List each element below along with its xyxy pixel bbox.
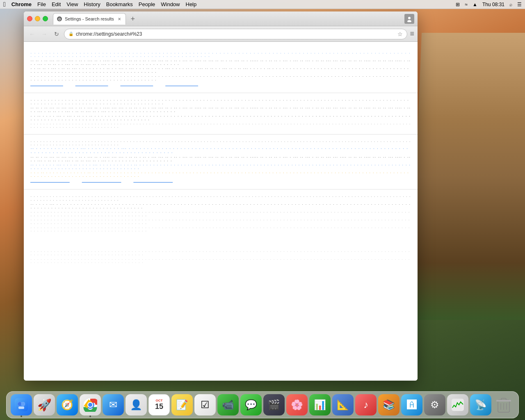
audio-icon: ▲ bbox=[472, 2, 477, 7]
garbled-link-2[interactable]: _______________ bbox=[75, 82, 108, 87]
maximize-button[interactable] bbox=[43, 16, 48, 21]
dock-item-numbers[interactable]: 📊 bbox=[309, 394, 331, 415]
dock-item-mail[interactable]: ✉ bbox=[103, 394, 124, 415]
garbled-row-s5-2: . . . . . . . . . . . . . . . . . . . . … bbox=[30, 257, 411, 264]
chrome-active-dot bbox=[89, 415, 91, 417]
garbled-row-s3-2: .. .. . .. ... .. ... ... . .. . ... .. … bbox=[30, 155, 411, 162]
dock-item-messages[interactable]: 💬 bbox=[240, 394, 262, 415]
dock-item-notes[interactable]: 📝 bbox=[171, 394, 193, 415]
forward-button[interactable]: → bbox=[39, 29, 49, 39]
dock-item-chrome[interactable] bbox=[80, 394, 101, 415]
title-bar: ⚙ Settings - Search results ✕ + bbox=[24, 11, 418, 26]
garbled-row-4: . . . . . . . . . . . . . . . . . . . . … bbox=[30, 74, 411, 82]
wifi-icon: ≈ bbox=[465, 2, 468, 7]
traffic-lights bbox=[27, 16, 48, 21]
dock-item-airdrop[interactable]: 📡 bbox=[470, 394, 491, 415]
tab-bar: ⚙ Settings - Search results ✕ + bbox=[53, 13, 404, 25]
menubar-right: ⊞ ≈ ▲ Thu 08:31 ⌕ ☰ bbox=[456, 2, 522, 7]
menubar-help[interactable]: Help bbox=[186, 1, 197, 7]
garbled-row-s2-3: . . .. . . . . ... . ... . .. . . .. . .… bbox=[30, 114, 411, 121]
dock-item-actmon[interactable] bbox=[447, 394, 468, 415]
minimize-button[interactable] bbox=[35, 16, 40, 21]
address-bar[interactable]: 🔒 chrome://settings/search#%23 ☆ bbox=[64, 29, 407, 39]
lock-icon: 🔒 bbox=[68, 32, 73, 36]
garbled-section-1: · · · · · · · · · · · · · · · · · · · · … bbox=[24, 50, 418, 89]
svg-rect-17 bbox=[496, 400, 511, 402]
tab-close-button[interactable]: ✕ bbox=[116, 16, 122, 22]
dock-item-syspref[interactable]: ⚙ bbox=[424, 394, 445, 415]
dock-item-calendar[interactable]: OCT 15 bbox=[148, 394, 170, 415]
dock-item-contacts[interactable]: 👤 bbox=[126, 394, 147, 415]
toolbar: ← → ↻ 🔒 chrome://settings/search#%23 ☆ ≡ bbox=[24, 26, 418, 42]
back-button[interactable]: ← bbox=[27, 29, 37, 39]
dock-item-ibooks[interactable]: 📚 bbox=[378, 394, 399, 415]
garbled-link-1[interactable]: _______________ bbox=[30, 82, 63, 87]
svg-rect-14 bbox=[452, 399, 464, 411]
svg-point-2 bbox=[408, 17, 411, 19]
garbled-row-s4-3: - - - - - - - - - - - - - - - - - - - - … bbox=[30, 210, 411, 217]
profile-button[interactable] bbox=[404, 14, 414, 24]
garbled-section-4: . . . . . . . . . . . . . . . . . . . . … bbox=[24, 193, 418, 235]
reload-button[interactable]: ↻ bbox=[52, 29, 62, 39]
screen-share-icon: ⊞ bbox=[456, 2, 460, 7]
garbled-row-s5-1: . . . . . . . . . . . . . . . . . . . . … bbox=[30, 249, 411, 256]
tab-title: Settings - Search results bbox=[65, 16, 114, 21]
garbled-link-2-3[interactable]: __________________ bbox=[133, 178, 173, 183]
garbled-link-4[interactable]: _______________ bbox=[165, 82, 198, 87]
menubar-file[interactable]: File bbox=[37, 1, 46, 7]
menubar-bookmarks[interactable]: Bookmarks bbox=[106, 1, 133, 7]
garbled-link-2-2[interactable]: __________________ bbox=[82, 178, 121, 183]
svg-point-3 bbox=[407, 20, 411, 22]
dock-item-keynote[interactable]: 📐 bbox=[332, 394, 354, 415]
dock-item-trash[interactable] bbox=[493, 394, 514, 415]
dock-item-launchpad[interactable]: 🚀 bbox=[34, 394, 55, 415]
garbled-section-5: . . . . . . . . . . . . . . . . . . . . … bbox=[24, 248, 418, 267]
garbled-links-1: _______________ _______________ ________… bbox=[30, 82, 411, 87]
garbled-section-2: . . . . . . . . . . . . . . . . . . . . … bbox=[24, 96, 418, 130]
finder-active-dot bbox=[21, 415, 22, 417]
close-button[interactable] bbox=[27, 16, 32, 21]
notification-icon[interactable]: ☰ bbox=[517, 2, 522, 7]
garbled-row-blue-1: · · · · · · · · · · · · · · · · · · · · … bbox=[30, 52, 411, 58]
garbled-row-s2-2: .. .. . .. ... .. ... ... . .. . ... .. … bbox=[30, 106, 411, 113]
dock-item-facetime[interactable]: 📹 bbox=[217, 394, 239, 415]
svg-point-8 bbox=[21, 402, 25, 406]
garbled-row-s3-1: . . . . . . . . . . . . . . . . . . . . … bbox=[30, 139, 411, 146]
page-content[interactable]: · · · · · · · · · · · · · · · · · · · · … bbox=[24, 42, 418, 381]
chrome-window: ⚙ Settings - Search results ✕ + ← → ↻ 🔒 … bbox=[24, 11, 418, 381]
dock-item-appstore[interactable]: 🅰 bbox=[401, 394, 422, 415]
dock-item-safari[interactable]: 🧭 bbox=[57, 394, 78, 415]
garbled-row-2: .. .. . .. ... .. ... ... . .. . ... .. … bbox=[30, 59, 411, 66]
search-icon[interactable]: ⌕ bbox=[509, 2, 512, 7]
garbled-row-s3-blue2: .. . . . . . . ... . . . .. . . . . ... … bbox=[30, 163, 411, 170]
dock-item-itunes[interactable]: ♪ bbox=[355, 394, 377, 415]
chrome-menu-icon[interactable]: ≡ bbox=[410, 30, 414, 38]
garbled-link-2-1[interactable]: __________________ bbox=[30, 178, 70, 183]
url-text[interactable]: chrome://settings/search#%23 bbox=[76, 31, 395, 37]
separator-1 bbox=[24, 93, 418, 93]
garbled-link-3[interactable]: _______________ bbox=[121, 82, 153, 87]
garbled-row-s4-5: - - - - - - - - - - - - - - - - - - - - … bbox=[30, 226, 411, 233]
menubar-edit[interactable]: Edit bbox=[52, 1, 61, 7]
dock: 🚀 🧭 ✉ 👤 OCT 15 📝 ☑ bbox=[6, 391, 519, 418]
garbled-row-s2-4: . . . . . . . . . . . . . . . . . . . . … bbox=[30, 122, 411, 129]
dock-item-reminders[interactable]: ☑ bbox=[194, 394, 216, 415]
garbled-links-2: __________________ __________________ __… bbox=[30, 178, 411, 183]
menubar-window[interactable]: Window bbox=[161, 1, 180, 7]
dock-item-imovie[interactable]: 🎬 bbox=[263, 394, 285, 415]
bookmark-star-icon[interactable]: ☆ bbox=[397, 31, 403, 37]
menubar-view[interactable]: View bbox=[66, 1, 78, 7]
menubar-history[interactable]: History bbox=[84, 1, 100, 7]
new-tab-button[interactable]: + bbox=[128, 14, 138, 25]
menubar-chrome[interactable]: Chrome bbox=[11, 1, 32, 7]
garbled-row-s3-blue: .. . . . . . . . . . . . . ... . . . . .… bbox=[30, 146, 411, 155]
menubar-people[interactable]: People bbox=[139, 1, 155, 7]
dock-item-finder[interactable] bbox=[11, 394, 32, 415]
garbled-row-3: . . .. .. . ... . .. .. ... . . . . . . … bbox=[30, 66, 411, 74]
apple-menu[interactable]:  bbox=[3, 1, 6, 8]
active-tab[interactable]: ⚙ Settings - Search results ✕ bbox=[53, 13, 126, 25]
garbled-row-s2-1: . . . . . . . . . . . . . . . . . . . . … bbox=[30, 98, 411, 105]
dock-item-photos[interactable]: 🌸 bbox=[286, 394, 308, 415]
garbled-row-s4-4: - - - - - - - - - - - - - - - - - - - - … bbox=[30, 218, 411, 225]
svg-rect-9 bbox=[18, 406, 24, 409]
